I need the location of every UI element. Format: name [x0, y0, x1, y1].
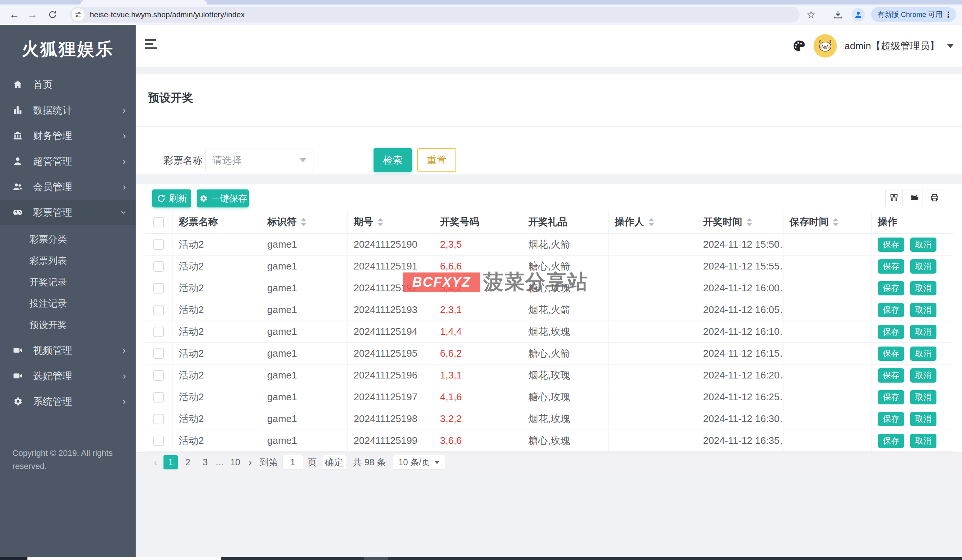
- cancel-button[interactable]: 取消: [910, 368, 936, 382]
- cancel-button[interactable]: 取消: [910, 434, 936, 448]
- row-checkbox[interactable]: [153, 392, 164, 402]
- chrome-update-chip[interactable]: 有新版 Chrome 可用 ⋮: [871, 7, 956, 22]
- row-checkbox[interactable]: [153, 283, 164, 294]
- download-icon[interactable]: [830, 5, 846, 25]
- pager-page-10[interactable]: 10: [228, 455, 242, 470]
- pager-page-2[interactable]: 2: [181, 455, 195, 470]
- cell-save_time: [783, 343, 872, 364]
- print-icon[interactable]: [926, 189, 943, 207]
- browser-back-icon[interactable]: ←: [6, 5, 23, 25]
- save-button[interactable]: 保存: [878, 303, 904, 317]
- save-button[interactable]: 保存: [878, 434, 904, 448]
- save-button[interactable]: 保存: [878, 237, 904, 252]
- browser-profile-icon[interactable]: [852, 8, 865, 21]
- sidebar-item-彩票管理[interactable]: 彩票管理›: [0, 200, 136, 225]
- avatar[interactable]: [814, 34, 837, 58]
- theme-palette-icon[interactable]: [792, 39, 806, 53]
- sidebar-subitem-彩票列表[interactable]: 彩票列表: [0, 250, 136, 271]
- reset-button[interactable]: 重置: [417, 148, 456, 172]
- columns-filter-icon[interactable]: [885, 189, 902, 207]
- save-all-button[interactable]: 一键保存: [197, 189, 249, 207]
- collapse-menu-icon[interactable]: [145, 39, 157, 52]
- sidebar-item-系统管理[interactable]: 系统管理›: [0, 389, 136, 414]
- save-button[interactable]: 保存: [878, 368, 904, 382]
- cancel-button[interactable]: 取消: [910, 412, 936, 426]
- row-checkbox[interactable]: [153, 261, 164, 272]
- page-size-select[interactable]: 10 条/页: [393, 455, 445, 470]
- cell-operator: [609, 278, 697, 299]
- row-actions: 保存取消: [872, 321, 953, 342]
- sort-icon[interactable]: [301, 218, 307, 226]
- row-checkbox[interactable]: [153, 436, 164, 446]
- sidebar-menu: 首页数据统计›财务管理›超管管理›会员管理›彩票管理›彩票分类彩票列表开奖记录投…: [0, 72, 136, 414]
- chevron-right-icon: ›: [123, 105, 126, 115]
- sidebar-item-超管管理[interactable]: 超管管理›: [0, 148, 136, 174]
- main-area: admin【超级管理员】 预设开奖 彩票名称 请选择 检索 重置 刷新 一键保存: [136, 25, 962, 560]
- active-tab[interactable]: [81, 0, 207, 5]
- sort-icon[interactable]: [648, 218, 654, 226]
- url-bar[interactable]: heise-tcvue.hwym.shop/admin/yulottery/in…: [70, 7, 800, 23]
- cancel-button[interactable]: 取消: [910, 237, 936, 252]
- sidebar-item-首页[interactable]: 首页: [0, 72, 136, 97]
- export-icon[interactable]: [906, 189, 923, 207]
- cell-operator: [609, 430, 697, 451]
- pager-next-icon[interactable]: ›: [244, 456, 257, 468]
- user-dropdown-caret-icon[interactable]: [947, 44, 954, 48]
- browser-refresh-icon[interactable]: [44, 5, 61, 25]
- browser-forward-icon[interactable]: →: [24, 5, 40, 25]
- url-text[interactable]: heise-tcvue.hwym.shop/admin/yulottery/in…: [90, 11, 245, 19]
- save-button[interactable]: 保存: [878, 390, 904, 404]
- row-checkbox[interactable]: [153, 414, 164, 424]
- pagination-bar: ‹ 123…10 › 到第 1 页 确定 共 98 条 10 条/页: [136, 452, 962, 472]
- sidebar-item-label: 数据统计: [33, 104, 72, 117]
- browser-menu-icon[interactable]: ⋮: [944, 10, 952, 19]
- sidebar-item-视频管理[interactable]: 视频管理›: [0, 337, 136, 363]
- save-button[interactable]: 保存: [878, 412, 904, 426]
- pager-prev-icon[interactable]: ‹: [149, 456, 162, 468]
- current-user-label[interactable]: admin【超级管理员】: [844, 39, 939, 53]
- pager-page-3[interactable]: 3: [198, 455, 212, 470]
- refresh-button[interactable]: 刷新: [152, 189, 191, 207]
- row-checkbox[interactable]: [153, 327, 164, 337]
- save-button[interactable]: 保存: [878, 281, 904, 295]
- sidebar-item-财务管理[interactable]: 财务管理›: [0, 123, 136, 148]
- cancel-button[interactable]: 取消: [910, 347, 936, 361]
- goto-confirm-button[interactable]: 确定: [322, 455, 346, 470]
- goto-page-input[interactable]: 1: [282, 455, 303, 470]
- select-all-checkbox[interactable]: [153, 217, 164, 228]
- sidebar-item-会员管理[interactable]: 会员管理›: [0, 174, 136, 200]
- cancel-button[interactable]: 取消: [910, 390, 936, 404]
- row-checkbox[interactable]: [153, 305, 164, 315]
- row-checkbox[interactable]: [153, 370, 164, 381]
- row-checkbox[interactable]: [153, 239, 164, 250]
- cell-save_time: [783, 321, 872, 342]
- sidebar-subitem-彩票分类[interactable]: 彩票分类: [0, 229, 136, 250]
- sidebar-item-选妃管理[interactable]: 选妃管理›: [0, 363, 136, 389]
- pager-page-1[interactable]: 1: [163, 455, 178, 470]
- column-header-开奖号码: 开奖号码: [434, 210, 522, 233]
- save-button[interactable]: 保存: [878, 259, 904, 274]
- save-button[interactable]: 保存: [878, 347, 904, 361]
- table-row: 活动2game12024111251916,6,6糖心,火箭2024-11-12…: [145, 256, 953, 278]
- sidebar-subitem-投注记录[interactable]: 投注记录: [0, 293, 136, 314]
- cancel-button[interactable]: 取消: [910, 303, 936, 317]
- sidebar-subitem-开奖记录[interactable]: 开奖记录: [0, 271, 136, 293]
- cancel-button[interactable]: 取消: [910, 281, 936, 295]
- search-button[interactable]: 检索: [373, 148, 412, 172]
- scrollbar-thumb[interactable]: [27, 557, 221, 560]
- sort-icon[interactable]: [377, 218, 383, 226]
- save-button[interactable]: 保存: [878, 325, 904, 339]
- cancel-button[interactable]: 取消: [910, 259, 936, 274]
- sidebar-item-数据统计[interactable]: 数据统计›: [0, 97, 136, 123]
- row-checkbox[interactable]: [153, 349, 164, 359]
- sidebar-subitem-预设开奖[interactable]: 预设开奖: [0, 314, 136, 336]
- cell-operator: [609, 408, 697, 429]
- table-row: 活动2game12024111251983,2,2烟花,玫瑰2024-11-12…: [145, 408, 953, 430]
- sort-icon[interactable]: [746, 218, 752, 226]
- bookmark-star-icon[interactable]: ☆: [803, 5, 819, 25]
- cancel-button[interactable]: 取消: [910, 325, 936, 339]
- sort-icon[interactable]: [833, 218, 839, 226]
- lottery-name-select[interactable]: 请选择: [205, 148, 313, 172]
- horizontal-scrollbar[interactable]: [0, 557, 962, 560]
- site-settings-icon[interactable]: [72, 8, 84, 21]
